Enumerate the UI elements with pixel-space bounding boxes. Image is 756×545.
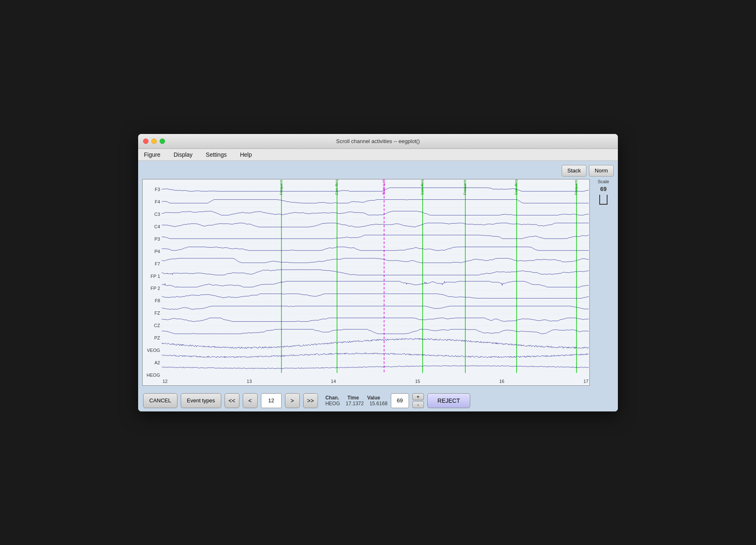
eeg-canvas-area: [162, 179, 589, 377]
x-tick-15: 15: [415, 379, 420, 384]
menu-bar: Figure Display Settings Help: [138, 149, 618, 161]
event-label: Rare-Lett...: [382, 179, 386, 195]
eeg-canvas: [162, 179, 589, 377]
channel-HEOG: HEOG: [143, 369, 160, 381]
main-window: Scroll channel activities -- eegplot() F…: [138, 134, 618, 411]
content-area: Stack Norm Frequent-...Corr-RespRare-Let…: [138, 161, 618, 390]
window-title: Scroll channel activities -- eegplot(): [336, 138, 420, 144]
channel-FP2: FP 2: [143, 282, 160, 294]
value-chan: HEOG: [325, 401, 340, 406]
nav-next-button[interactable]: >: [285, 393, 300, 408]
channel-P4: P4: [143, 246, 160, 257]
channel-F7: F7: [143, 258, 160, 270]
channel-P3: P3: [143, 233, 160, 245]
channel-C3: C3: [143, 208, 160, 220]
plot-container: Frequent-...Corr-RespRare-Lett...Corr-Re…: [142, 179, 614, 386]
channel-FZ: FZ: [143, 307, 160, 319]
x-tick-12: 12: [163, 379, 167, 384]
x-tick-13: 13: [247, 379, 252, 384]
reject-button[interactable]: REJECT: [427, 393, 470, 408]
top-controls: Stack Norm: [142, 165, 614, 177]
x-tick-14: 14: [331, 379, 336, 384]
channel-A2: A2: [143, 357, 160, 368]
info-headers: Chan. Time Value: [325, 395, 388, 401]
header-chan: Chan.: [325, 395, 339, 401]
scale-panel: Scale 69: [593, 179, 614, 386]
eeg-plot: Frequent-...Corr-RespRare-Lett...Corr-Re…: [142, 179, 590, 386]
value-value: 15.6168: [369, 401, 387, 406]
event-label: Frequent-...: [574, 179, 578, 195]
channel-CZ: CZ: [143, 320, 160, 331]
x-axis: 12 13 14 15 16 17: [162, 377, 589, 385]
page-input[interactable]: [261, 393, 282, 408]
scale-label: Scale: [598, 179, 609, 184]
info-values: HEOG 17.1372 15.6168: [325, 401, 388, 406]
event-label: Frequent-...: [279, 179, 283, 195]
scale-input[interactable]: [391, 393, 409, 408]
channel-FP1: FP 1: [143, 270, 160, 282]
x-tick-17: 17: [584, 379, 589, 384]
scale-icon: [599, 195, 608, 205]
minus-button[interactable]: -: [412, 401, 424, 408]
nav-prev-button[interactable]: <: [243, 393, 258, 408]
channel-F3: F3: [143, 184, 160, 195]
bottom-bar: CANCEL Event types << < > >> Chan. Time …: [138, 390, 618, 411]
channel-C4: C4: [143, 221, 160, 232]
channel-labels: F3 F4 C3 C4 P3 P4 F7 FP 1 FP 2 F8 FZ CZ …: [143, 179, 162, 385]
channel-F4: F4: [143, 196, 160, 208]
header-time: Time: [347, 395, 359, 401]
maximize-button[interactable]: [160, 139, 165, 144]
close-button[interactable]: [143, 139, 148, 144]
menu-figure[interactable]: Figure: [141, 151, 163, 159]
channel-VEOG: VEOG: [143, 344, 160, 356]
nav-last-button[interactable]: >>: [303, 393, 318, 408]
event-label: Corr-Resp: [335, 179, 339, 195]
title-bar: Scroll channel activities -- eegplot(): [138, 134, 618, 149]
event-label: Corr-Resp: [420, 179, 424, 195]
value-time: 17.1372: [346, 401, 364, 406]
scale-value: 69: [600, 186, 607, 192]
channel-F8: F8: [143, 295, 160, 306]
event-label: Frequent-...: [463, 179, 467, 195]
plus-minus-controls: + -: [412, 393, 424, 408]
stack-button[interactable]: Stack: [562, 165, 586, 177]
menu-display[interactable]: Display: [171, 151, 195, 159]
traffic-lights: [143, 139, 165, 144]
norm-button[interactable]: Norm: [589, 165, 614, 177]
plus-button[interactable]: +: [412, 393, 424, 400]
info-panel: Chan. Time Value HEOG 17.1372 15.6168: [325, 395, 388, 406]
minimize-button[interactable]: [151, 139, 157, 144]
event-types-button[interactable]: Event types: [181, 393, 221, 408]
nav-first-button[interactable]: <<: [225, 393, 239, 408]
x-tick-16: 16: [499, 379, 504, 384]
channel-PZ: PZ: [143, 332, 160, 344]
header-value: Value: [367, 395, 380, 401]
menu-help[interactable]: Help: [237, 151, 254, 159]
cancel-button[interactable]: CANCEL: [143, 393, 177, 408]
menu-settings[interactable]: Settings: [203, 151, 230, 159]
event-label: Corr-Resp: [514, 179, 518, 195]
